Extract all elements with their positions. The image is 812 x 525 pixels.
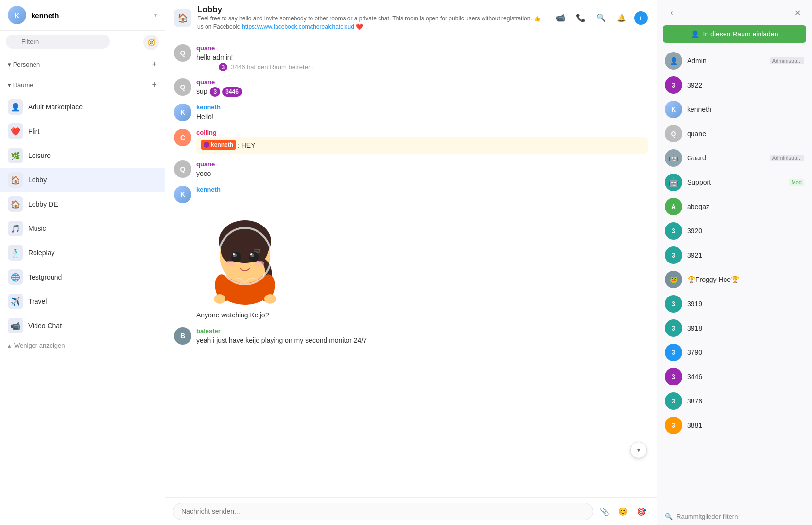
message-content: balester yeah i just have keijo playing … [196, 327, 648, 346]
user-avatar: K [8, 6, 26, 24]
member-avatar: 🤖 [665, 174, 682, 191]
sidebar-item-flirt[interactable]: ❤️ Flirt [0, 119, 165, 143]
list-item[interactable]: 🤖 Guard Administra... [657, 146, 812, 170]
member-badge: Administra... [770, 57, 804, 64]
list-item[interactable]: 👤 Admin Administra... [657, 49, 812, 73]
message-text: hello admin! [196, 52, 648, 63]
sidebar-item-label: Roleplay [28, 249, 54, 257]
member-name: kenneth [687, 105, 804, 113]
emoji-button[interactable]: 😊 [616, 504, 630, 519]
collapse-panel-button[interactable]: ‹ [665, 6, 678, 19]
travel-icon: ✈️ [8, 294, 23, 309]
message-text: Hello! [196, 112, 648, 122]
member-avatar: 3 [665, 417, 682, 434]
username: balester [196, 327, 648, 334]
invite-button[interactable]: 👤 In diesen Raum einladen [663, 25, 806, 43]
list-item[interactable]: 3 3918 [657, 316, 812, 340]
member-name: 3876 [687, 397, 804, 405]
message-text: yeah i just have keijo playing on my sec… [196, 335, 648, 346]
username: kenneth [196, 104, 648, 111]
sidebar-item-travel[interactable]: ✈️ Travel [0, 289, 165, 314]
list-item[interactable]: 3 3446 [657, 365, 812, 389]
chat-input-area: 📎 😊 🎯 [165, 497, 657, 525]
member-name: Support [687, 178, 784, 186]
header-actions: 📹 📞 🔍 🔔 i [553, 10, 648, 26]
member-name: 3921 [687, 251, 804, 259]
message-content: quane hello admin! 3 3446 hat den Raum b… [196, 44, 648, 71]
chat-messages: Q quane hello admin! 3 3446 hat den Raum… [165, 36, 657, 497]
notifications-button[interactable]: 🔔 [614, 10, 629, 26]
room-title: Lobby [197, 5, 547, 15]
table-row: K kenneth Hello! [174, 104, 648, 122]
member-avatar: 🐸 [665, 271, 682, 288]
close-panel-button[interactable]: ✕ [791, 6, 804, 19]
lobby-icon: 🏠 [8, 172, 23, 188]
message-content: quane sup 33446 [196, 78, 648, 97]
svg-point-17 [264, 294, 276, 304]
member-avatar: K [665, 101, 682, 118]
mention-chip: kenneth [201, 140, 236, 150]
right-panel-header: ‹ ✕ [657, 0, 812, 25]
member-list: 👤 Admin Administra... 3 3922 K kenneth Q… [657, 49, 812, 508]
member-search-button[interactable]: 🔍 Raummitglieder filtern [657, 508, 812, 525]
chat-messages-wrapper: Q quane hello admin! 3 3446 hat den Raum… [165, 36, 657, 497]
list-item[interactable]: 3 3920 [657, 219, 812, 243]
member-badge: Mod [789, 179, 804, 186]
sidebar-item-label: Video Chat [28, 322, 62, 330]
username: kenneth [196, 186, 648, 193]
badge-chip: 3 [210, 87, 220, 97]
personen-toggle[interactable]: ▾ Personen [8, 61, 40, 68]
personen-add-icon[interactable]: + [152, 60, 157, 69]
chevron-down-icon[interactable]: ▾ [154, 12, 157, 18]
message-text: yooo [196, 169, 648, 179]
sidebar-item-video-chat[interactable]: 📹 Video Chat [0, 314, 165, 338]
list-item[interactable]: 🐸 🏆Froggy Hoe🏆 [657, 267, 812, 292]
sidebar-item-lobby[interactable]: 🏠 Lobby [0, 168, 165, 192]
explore-button[interactable]: 🧭 [143, 35, 159, 50]
table-row: Q quane yooo [174, 160, 648, 179]
list-item[interactable]: 3 3922 [657, 73, 812, 97]
sidebar-item-testground[interactable]: 🌐 Testground [0, 265, 165, 289]
raeume-toggle[interactable]: ▾ Räume [8, 81, 34, 88]
avatar: K [174, 104, 191, 121]
chevron-up-icon: ▴ [8, 342, 11, 349]
username: quane [196, 44, 648, 52]
member-name: 3920 [687, 227, 804, 235]
search-button[interactable]: 🔍 [593, 10, 609, 26]
attachment-button[interactable]: 📎 [597, 504, 612, 519]
list-item[interactable]: A abegaz [657, 194, 812, 219]
message-input[interactable] [173, 503, 593, 520]
sidebar-item-leisure[interactable]: 🌿 Leisure [0, 143, 165, 168]
sidebar-item-lobby-de[interactable]: 🏠 Lobby DE [0, 192, 165, 216]
testground-icon: 🌐 [8, 269, 23, 285]
personen-section: ▾ Personen + [0, 54, 165, 74]
list-item[interactable]: 3 3881 [657, 413, 812, 438]
list-item[interactable]: Q quane [657, 122, 812, 146]
sidebar: K kenneth ▾ 🧭 ▾ Personen + ▾ Räume + 👤 A… [0, 0, 165, 525]
sidebar-item-adult-marketplace[interactable]: 👤 Adult Marketplace [0, 95, 165, 119]
list-item[interactable]: 3 3919 [657, 292, 812, 316]
avatar: Q [174, 44, 191, 62]
scroll-bottom-button[interactable]: ▾ [630, 442, 647, 458]
message-text: sup 33446 [196, 87, 648, 97]
sidebar-header: K kenneth ▾ [0, 0, 165, 31]
list-item[interactable]: 3 3876 [657, 389, 812, 413]
voice-call-button[interactable]: 📞 [573, 10, 588, 26]
list-item[interactable]: 🤖 Support Mod [657, 170, 812, 194]
info-button[interactable]: i [634, 11, 648, 25]
username: colling [196, 129, 648, 136]
raeume-add-icon[interactable]: + [152, 80, 157, 89]
list-item[interactable]: K kenneth [657, 97, 812, 122]
search-input[interactable] [6, 35, 110, 49]
sidebar-item-music[interactable]: 🎵 Music [0, 216, 165, 241]
member-avatar: 3 [665, 344, 682, 361]
sticker-button[interactable]: 🎯 [634, 504, 649, 519]
chat-header: 🏠 Lobby Feel free to say hello and invit… [165, 0, 657, 36]
less-button[interactable]: ▴ Weniger anzeigen [0, 338, 165, 353]
sticker-svg [196, 198, 294, 305]
sidebar-item-roleplay[interactable]: 🕺 Roleplay [0, 241, 165, 265]
list-item[interactable]: 3 3790 [657, 340, 812, 365]
facebook-link[interactable]: https://www.facebook.com/therealchatclou… [242, 23, 354, 30]
list-item[interactable]: 3 3921 [657, 243, 812, 267]
video-call-button[interactable]: 📹 [553, 10, 568, 26]
